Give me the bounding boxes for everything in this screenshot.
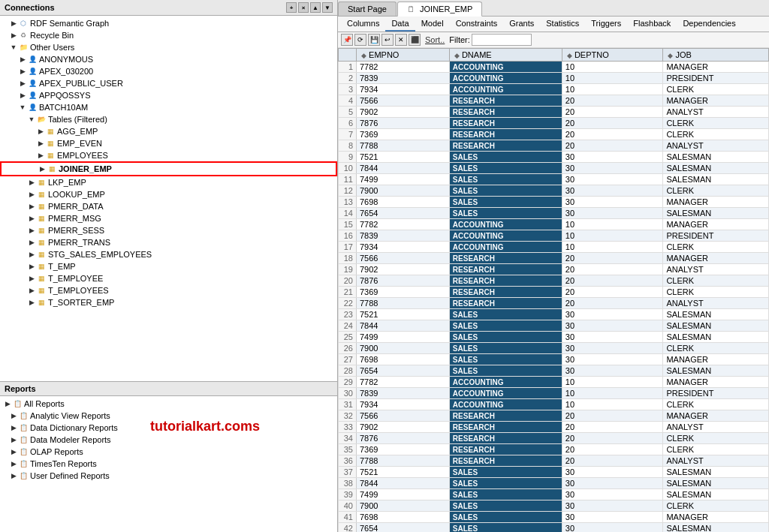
table-row[interactable]: 107844SALES30SALESMAN (339, 163, 769, 174)
tab-joiner-emp[interactable]: 🗒 JOINER_EMP (397, 2, 482, 17)
tree-item-appqossys[interactable]: ▶ 👤 APPQOSSYS (0, 89, 337, 101)
cancel-icon[interactable]: ✕ (395, 34, 407, 46)
table-row[interactable]: 207876RESEARCH20CLERK (339, 275, 769, 287)
tree-item-tables-filtered[interactable]: ▼ 📂 Tables (Filtered) (0, 113, 337, 125)
table-row[interactable]: 387844SALES30SALESMAN (339, 478, 769, 489)
tree-item-rdf[interactable]: ▶ ⬡ RDF Semantic Graph (0, 17, 337, 29)
tree-item-lookup-emp[interactable]: ▶ ▦ LOOKUP_EMP (0, 188, 337, 200)
table-row[interactable]: 187566RESEARCH20MANAGER (339, 253, 769, 264)
table-row[interactable]: 87788RESEARCH20ANALYST (339, 140, 769, 152)
stop-icon[interactable]: ⬛ (409, 34, 421, 46)
tree-item-stg-sales[interactable]: ▶ ▦ STG_SALES_EMPLOYEES (0, 248, 337, 260)
table-row[interactable]: 367788RESEARCH20ANALYST (339, 455, 769, 467)
table-row[interactable]: 167839ACCOUNTING10PRESIDENT (339, 230, 769, 242)
report-item-analytic[interactable]: ▶ 📋 Analytic View Reports (0, 410, 337, 422)
sub-tab-flashback[interactable]: Flashback (627, 17, 677, 32)
table-row[interactable]: 57902RESEARCH20ANALYST (339, 107, 769, 118)
table-row[interactable]: 357369RESEARCH20CLERK (339, 444, 769, 455)
tree-item-lkp-emp[interactable]: ▶ ▦ LKP_EMP (0, 176, 337, 188)
table-row[interactable]: 77369RESEARCH20CLERK (339, 129, 769, 140)
sort-label[interactable]: Sort.. (425, 35, 445, 44)
report-item-all[interactable]: ▶ 📋 All Reports (0, 398, 337, 410)
up-icon[interactable]: ▲ (310, 2, 321, 13)
tree-item-apex-public[interactable]: ▶ 👤 APEX_PUBLIC_USER (0, 77, 337, 89)
tree-item-anonymous[interactable]: ▶ 👤 ANONYMOUS (0, 53, 337, 65)
table-row[interactable]: 267900SALES30CLERK (339, 343, 769, 354)
report-item-olap[interactable]: ▶ 📋 OLAP Reports (0, 446, 337, 458)
tree-item-pmerr-msg[interactable]: ▶ ▦ PMERR_MSG (0, 212, 337, 224)
table-row[interactable]: 37934ACCOUNTING10CLERK (339, 84, 769, 95)
sub-tab-data[interactable]: Data (385, 17, 415, 32)
table-row[interactable]: 157782ACCOUNTING10MANAGER (339, 219, 769, 230)
tree-item-t-emp[interactable]: ▶ ▦ T_EMP (0, 260, 337, 272)
tree-item-joiner-emp[interactable]: ▶ ▦ JOINER_EMP (0, 161, 337, 176)
table-row[interactable]: 47566RESEARCH20MANAGER (339, 95, 769, 107)
table-row[interactable]: 327566RESEARCH20MANAGER (339, 410, 769, 422)
table-row[interactable]: 177934ACCOUNTING10CLERK (339, 242, 769, 253)
tree-item-employees[interactable]: ▶ ▦ EMPLOYEES (0, 149, 337, 161)
table-row[interactable]: 227788RESEARCH20ANALYST (339, 298, 769, 309)
table-row[interactable]: 427654SALES30SALESMAN (339, 523, 769, 533)
table-row[interactable]: 97521SALES30SALESMAN (339, 152, 769, 163)
table-row[interactable]: 397499SALES30SALESMAN (339, 489, 769, 500)
tree-item-pmerr-sess[interactable]: ▶ ▦ PMERR_SESS (0, 224, 337, 236)
down-icon[interactable]: ▼ (322, 2, 333, 13)
table-row[interactable]: 197902RESEARCH20ANALYST (339, 264, 769, 275)
sub-tab-dependencies[interactable]: Dependencies (677, 17, 741, 32)
table-row[interactable]: 337902RESEARCH20ANALYST (339, 422, 769, 433)
rollback-icon[interactable]: ↩ (381, 34, 394, 46)
sub-tab-columns[interactable]: Columns (341, 17, 385, 32)
tree-item-batch10am[interactable]: ▼ 👤 BATCH10AM (0, 101, 337, 113)
table-row[interactable]: 377521SALES30SALESMAN (339, 467, 769, 478)
col-header-deptno[interactable]: ◆ DEPTNO (562, 49, 663, 62)
table-row[interactable]: 247844SALES30SALESMAN (339, 320, 769, 332)
sub-tab-constraints[interactable]: Constraints (450, 17, 504, 32)
tree-item-pmerr-data[interactable]: ▶ ▦ PMERR_DATA (0, 200, 337, 212)
tree-item-t-sorter-emp[interactable]: ▶ ▦ T_SORTER_EMP (0, 296, 337, 308)
sub-tab-model[interactable]: Model (415, 17, 450, 32)
tree-item-pmerr-trans[interactable]: ▶ ▦ PMERR_TRANS (0, 236, 337, 248)
table-row[interactable]: 127900SALES30CLERK (339, 185, 769, 197)
table-row[interactable]: 407900SALES30CLERK (339, 500, 769, 512)
pin-icon[interactable]: 📌 (341, 34, 353, 46)
table-row[interactable]: 347876RESEARCH20CLERK (339, 433, 769, 444)
table-row[interactable]: 307839ACCOUNTING10PRESIDENT (339, 388, 769, 399)
remove-connection-icon[interactable]: × (298, 2, 309, 13)
filter-input[interactable] (472, 34, 532, 46)
table-row[interactable]: 217369RESEARCH20CLERK (339, 287, 769, 298)
tree-item-t-employee[interactable]: ▶ ▦ T_EMPLOYEE (0, 272, 337, 284)
col-header-empno[interactable]: ◆ EMPNO (357, 49, 450, 62)
table-row[interactable]: 277698SALES30MANAGER (339, 354, 769, 365)
tree-item-t-employees[interactable]: ▶ ▦ T_EMPLOYEES (0, 284, 337, 296)
report-item-data-modeler[interactable]: ▶ 📋 Data Modeler Reports (0, 434, 337, 446)
refresh-icon[interactable]: ⟳ (354, 34, 366, 46)
table-row[interactable]: 137698SALES30MANAGER (339, 197, 769, 208)
tree-item-emp-even[interactable]: ▶ ▦ EMP_EVEN (0, 137, 337, 149)
col-header-job[interactable]: ◆ JOB (663, 49, 769, 62)
tree-item-apex030200[interactable]: ▶ 👤 APEX_030200 (0, 65, 337, 77)
commit-icon[interactable]: 💾 (368, 34, 380, 46)
table-row[interactable]: 417698SALES30MANAGER (339, 512, 769, 523)
col-header-dname[interactable]: ◆ DNAME (449, 49, 562, 62)
tree-item-other-users[interactable]: ▼ 📁 Other Users (0, 41, 337, 53)
tab-start-page[interactable]: Start Page (338, 2, 397, 16)
table-row[interactable]: 287654SALES30SALESMAN (339, 365, 769, 377)
table-row[interactable]: 147654SALES30SALESMAN (339, 208, 769, 219)
table-row[interactable]: 297782ACCOUNTING10MANAGER (339, 377, 769, 388)
add-connection-icon[interactable]: + (286, 2, 297, 13)
sub-tab-triggers[interactable]: Triggers (585, 17, 627, 32)
table-row[interactable]: 317934ACCOUNTING10CLERK (339, 399, 769, 410)
report-item-data-dictionary[interactable]: ▶ 📋 Data Dictionary Reports (0, 422, 337, 434)
table-row[interactable]: 67876RESEARCH20CLERK (339, 118, 769, 129)
report-item-user-defined[interactable]: ▶ 📋 User Defined Reports (0, 470, 337, 482)
report-item-timesten[interactable]: ▶ 📋 TimesTen Reports (0, 458, 337, 470)
table-row[interactable]: 237521SALES30SALESMAN (339, 309, 769, 320)
table-row[interactable]: 117499SALES30SALESMAN (339, 174, 769, 185)
sub-tab-statistics[interactable]: Statistics (540, 17, 585, 32)
sub-tab-grants[interactable]: Grants (503, 17, 540, 32)
tree-item-recycle[interactable]: ▶ ♻ Recycle Bin (0, 29, 337, 41)
tree-item-agg-emp[interactable]: ▶ ▦ AGG_EMP (0, 125, 337, 137)
table-row[interactable]: 27839ACCOUNTING10PRESIDENT (339, 73, 769, 84)
table-row[interactable]: 257499SALES30SALESMAN (339, 332, 769, 343)
table-row[interactable]: 17782ACCOUNTING10MANAGER (339, 62, 769, 73)
